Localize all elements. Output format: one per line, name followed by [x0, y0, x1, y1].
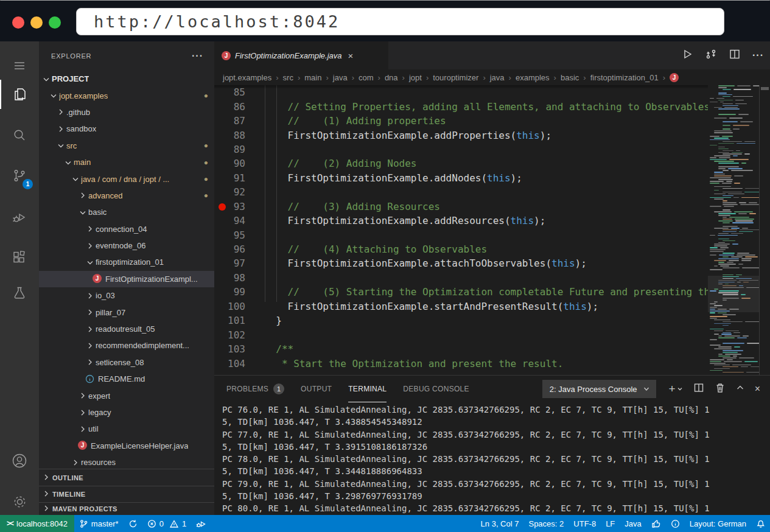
- notifications-item[interactable]: [751, 515, 770, 532]
- new-terminal-button[interactable]: +: [669, 382, 683, 396]
- indentation[interactable]: Spaces: 2: [523, 515, 569, 532]
- panel-tab-terminal[interactable]: TERMINAL: [348, 376, 387, 402]
- feedback-item[interactable]: [646, 515, 666, 532]
- testing-icon[interactable]: [0, 279, 39, 308]
- tree-item-src[interactable]: src●: [39, 138, 214, 154]
- language-mode[interactable]: Java: [620, 515, 646, 532]
- info-item[interactable]: [666, 515, 685, 532]
- panel-tab-output[interactable]: OUTPUT: [301, 376, 332, 402]
- tree-item-eventnode-06[interactable]: eventnode_06: [39, 237, 214, 254]
- breadcrumb-item[interactable]: main: [304, 73, 321, 82]
- code-line-91[interactable]: 91 FirstOptimizationExample.addNodes(thi…: [214, 171, 708, 185]
- tree-item-resources[interactable]: resources: [39, 454, 214, 469]
- git-branch-item[interactable]: master*: [74, 515, 124, 532]
- tree-item-advanced[interactable]: advanced●: [39, 187, 214, 204]
- section-maven-projects[interactable]: MAVEN PROJECTS: [39, 502, 214, 515]
- code-line-101[interactable]: 101 }: [214, 313, 708, 327]
- split-editor-icon[interactable]: [729, 48, 741, 63]
- menu-icon[interactable]: [0, 51, 39, 80]
- tree-item-readme-md[interactable]: README.md: [39, 371, 214, 387]
- tree-item-legacy[interactable]: legacy: [39, 404, 214, 421]
- tree-item-expert[interactable]: expert: [39, 387, 214, 404]
- code-line-90[interactable]: 90 // (2) Adding Nodes: [214, 156, 708, 170]
- code-line-104[interactable]: 104 * Start the Optimization and present…: [214, 356, 708, 370]
- editor-scrollbar[interactable]: [759, 85, 770, 375]
- remote-indicator[interactable]: >< localhost:8042: [0, 515, 74, 532]
- close-panel-icon[interactable]: ×: [755, 383, 760, 394]
- breadcrumb-item[interactable]: firstoptimization_01: [590, 73, 659, 82]
- section-timeline[interactable]: TIMELINE: [39, 486, 214, 502]
- code-line-86[interactable]: 86 // Setting Properties, adding all Ele…: [214, 99, 708, 113]
- tree-item-pillar-07[interactable]: pillar_07: [39, 304, 214, 320]
- code-line-93[interactable]: 93 // (3) Adding Resources: [214, 200, 708, 214]
- eol-sequence[interactable]: LF: [601, 515, 620, 532]
- tree-item--github[interactable]: .github: [39, 104, 214, 121]
- split-terminal-icon[interactable]: [693, 382, 704, 396]
- tab-firstoptimizationexample[interactable]: J FirstOptimizationExample.java ×: [214, 41, 388, 69]
- terminal-picker-dropdown[interactable]: 2: Java Process Console: [542, 380, 656, 398]
- run-button[interactable]: [681, 48, 693, 63]
- breadcrumb-item[interactable]: examples: [516, 73, 550, 82]
- code-view[interactable]: 8586 // Setting Properties, adding all E…: [214, 85, 708, 375]
- tree-item-jopt-examples[interactable]: jopt.examples●: [39, 87, 214, 103]
- code-line-95[interactable]: 95: [214, 228, 708, 242]
- breadcrumb-item[interactable]: com: [359, 73, 374, 82]
- code-line-100[interactable]: 100 FirstOptimizationExample.startAndPre…: [214, 299, 708, 313]
- tree-item-main[interactable]: main●: [39, 154, 214, 170]
- breadcrumb-item[interactable]: src: [283, 73, 293, 82]
- breakpoint-icon[interactable]: [219, 203, 226, 211]
- sidebar-more-actions-icon[interactable]: ···: [192, 51, 203, 61]
- section-outline[interactable]: OUTLINE: [39, 469, 214, 486]
- breadcrumb-item[interactable]: jopt: [409, 73, 422, 82]
- source-control-icon[interactable]: 1: [0, 161, 39, 191]
- minimize-traffic-light[interactable]: [30, 16, 43, 29]
- code-line-99[interactable]: 99 // (5) Starting the Optimization comp…: [214, 285, 708, 299]
- extensions-icon[interactable]: [0, 243, 39, 273]
- code-line-103[interactable]: 103 /**: [214, 342, 708, 356]
- tree-item-util[interactable]: util: [39, 421, 214, 437]
- tree-item-basic[interactable]: basic: [39, 204, 214, 220]
- breadcrumb-item[interactable]: touroptimizer: [433, 73, 478, 82]
- tree-item-examplelicensehelper-java[interactable]: JExampleLicenseHelper.java: [39, 438, 214, 454]
- breadcrumb-item[interactable]: jopt.examples: [223, 73, 271, 82]
- code-line-98[interactable]: 98: [214, 271, 708, 285]
- cursor-position[interactable]: Ln 3, Col 7: [476, 515, 524, 532]
- tree-item-recommendedimplement-[interactable]: recommendedimplement...: [39, 337, 214, 354]
- encoding[interactable]: UTF-8: [569, 515, 601, 532]
- more-actions-icon[interactable]: ···: [752, 50, 764, 61]
- kill-terminal-trash-icon[interactable]: [715, 382, 726, 396]
- breadcrumb-item[interactable]: java: [333, 73, 348, 82]
- breadcrumb-item[interactable]: basic: [561, 73, 579, 82]
- url-bar[interactable]: http://localhost:8042: [76, 8, 724, 35]
- code-line-85[interactable]: 85: [214, 85, 708, 99]
- tree-item-java-com-dna-jopt-[interactable]: java / com / dna / jopt / ...●: [39, 170, 214, 187]
- search-icon[interactable]: [0, 121, 39, 150]
- code-line-88[interactable]: 88 FirstOptimizationExample.addPropertie…: [214, 128, 708, 142]
- breadcrumb-item[interactable]: dna: [385, 73, 398, 82]
- accounts-icon[interactable]: [0, 446, 39, 475]
- run-and-debug-icon[interactable]: [0, 203, 39, 232]
- tree-item-connection-04[interactable]: connection_04: [39, 221, 214, 237]
- code-line-96[interactable]: 96 // (4) Attaching to Observables: [214, 242, 708, 256]
- settings-gear-icon[interactable]: [0, 487, 39, 516]
- tree-item-project[interactable]: PROJECT: [39, 71, 214, 87]
- layout-item[interactable]: Layout: German: [685, 515, 751, 532]
- code-line-94[interactable]: 94 FirstOptimizationExample.addResources…: [214, 214, 708, 228]
- explorer-icon[interactable]: [0, 80, 39, 109]
- panel-tab-problems[interactable]: PROBLEMS1: [226, 376, 284, 402]
- tab-close-icon[interactable]: ×: [348, 51, 354, 61]
- problems-item[interactable]: 0 1: [142, 515, 191, 532]
- maximize-panel-icon[interactable]: [736, 383, 744, 394]
- debug-status-item[interactable]: [191, 515, 211, 532]
- close-traffic-light[interactable]: [12, 16, 24, 29]
- open-changes-icon[interactable]: [705, 48, 717, 63]
- maximize-traffic-light[interactable]: [49, 16, 61, 29]
- code-line-87[interactable]: 87 // (1) Adding properties: [214, 114, 708, 128]
- terminal-output[interactable]: PC 76.0, RE 1, AL SimulatedAnnealing, JC…: [222, 404, 765, 515]
- tree-item-readoutresult-05[interactable]: readoutresult_05: [39, 321, 214, 337]
- tree-item-firstoptimization-01[interactable]: firstoptimization_01: [39, 254, 214, 270]
- code-line-92[interactable]: 92: [214, 185, 708, 199]
- tree-item-sandbox[interactable]: sandbox: [39, 121, 214, 137]
- breadcrumb-item[interactable]: java: [490, 73, 505, 82]
- sync-item[interactable]: [124, 515, 142, 532]
